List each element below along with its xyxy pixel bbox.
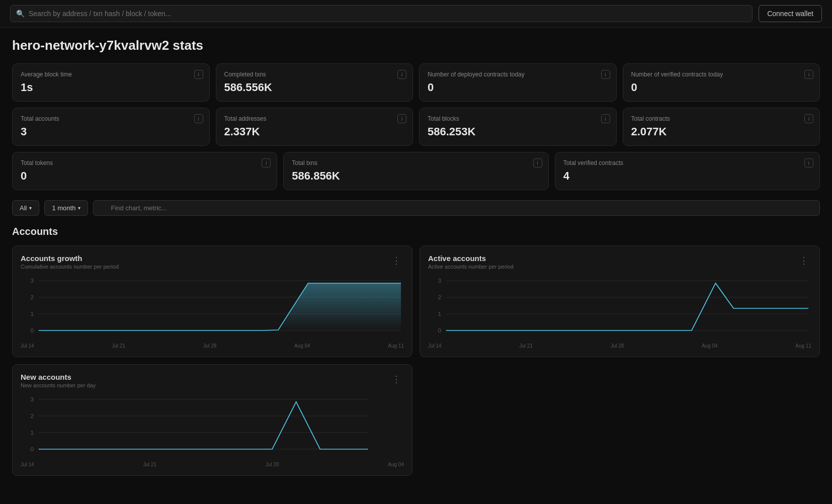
stat-value: 3: [21, 125, 201, 138]
main-content: hero-network-y7kvalrvw2 stats Average bl…: [0, 28, 832, 486]
info-icon[interactable]: i: [804, 158, 813, 167]
chart-menu-button[interactable]: ⋮: [796, 254, 811, 267]
chart-menu-button[interactable]: ⋮: [389, 373, 404, 386]
stat-label: Total contracts: [631, 115, 812, 122]
stat-total-contracts: Total contracts 2.077K i: [623, 108, 820, 146]
accounts-growth-svg: 3 2 1 0: [21, 276, 404, 341]
svg-text:3: 3: [31, 278, 34, 284]
new-accounts-chart: New accounts New accounts number per day…: [12, 364, 412, 476]
period-filter-label: 1 month: [52, 204, 75, 212]
page-title: hero-network-y7kvalrvw2 stats: [12, 38, 820, 53]
stat-value: 2.077K: [631, 125, 812, 138]
chart-header: Accounts growth Cumulative accounts numb…: [21, 254, 404, 276]
x-label: Jul 21: [143, 462, 156, 467]
x-label: Jul 28: [266, 462, 279, 467]
info-icon[interactable]: i: [601, 114, 610, 123]
svg-text:1: 1: [31, 430, 34, 436]
stats-row-1: Average block time 1s i Completed txns 5…: [12, 63, 820, 102]
stat-value: 0: [631, 81, 812, 94]
chart-subtitle: Cumulative accounts number per period: [21, 264, 119, 270]
x-label: Jul 28: [611, 343, 624, 349]
active-accounts-chart: Active accounts Active accounts number p…: [420, 245, 820, 357]
stat-total-txns: Total txns 586.856K i: [283, 152, 548, 190]
chart-title-group: Accounts growth Cumulative accounts numb…: [21, 254, 119, 276]
filter-bar: All ▾ 1 month ▾ 🔍: [12, 200, 820, 216]
stats-row-3: Total tokens 0 i Total txns 586.856K i T…: [12, 152, 820, 190]
chart-header: New accounts New accounts number per day…: [21, 373, 404, 394]
svg-text:3: 3: [31, 397, 34, 402]
chart-header: Active accounts Active accounts number p…: [428, 254, 811, 276]
chevron-down-icon: ▾: [29, 205, 32, 211]
chart-title: New accounts: [21, 373, 96, 381]
info-icon[interactable]: i: [194, 114, 203, 123]
stat-verified-today: Number of verified contracts today 0 i: [623, 63, 820, 102]
stat-value: 586.253K: [428, 125, 608, 138]
x-label: Aug 04: [294, 343, 310, 349]
search-input[interactable]: [10, 5, 753, 22]
info-icon[interactable]: i: [397, 70, 406, 79]
period-filter-button[interactable]: 1 month ▾: [44, 200, 88, 216]
chart-subtitle: Active accounts number per period: [428, 264, 514, 270]
active-accounts-chart-area: 3 2 1 0: [428, 276, 811, 341]
stat-label: Total addresses: [224, 115, 405, 122]
x-label: Aug 11: [795, 343, 811, 349]
svg-text:0: 0: [438, 328, 442, 333]
svg-text:2: 2: [31, 295, 34, 300]
stat-total-addresses: Total addresses 2.337K i: [216, 108, 413, 146]
stat-avg-block-time: Average block time 1s i: [12, 63, 210, 102]
chart-menu-button[interactable]: ⋮: [389, 254, 404, 267]
stat-label: Number of verified contracts today: [631, 71, 812, 78]
x-label: Jul 28: [203, 343, 217, 349]
svg-text:2: 2: [438, 295, 442, 300]
stat-value: 586.856K: [292, 170, 540, 183]
x-label: Jul 21: [112, 343, 125, 349]
stat-total-blocks: Total blocks 586.253K i: [419, 108, 617, 146]
stat-value: 1s: [21, 81, 201, 94]
svg-text:2: 2: [31, 413, 34, 419]
info-icon[interactable]: i: [262, 158, 271, 167]
info-icon[interactable]: i: [533, 158, 542, 167]
info-icon[interactable]: i: [804, 70, 813, 79]
x-label: Jul 21: [519, 343, 533, 349]
stat-total-accounts: Total accounts 3 i: [12, 108, 210, 146]
new-accounts-chart-area: 3 2 1 0: [21, 394, 404, 460]
empty-chart-slot: [420, 364, 820, 476]
info-icon[interactable]: i: [804, 114, 813, 123]
top-bar: 🔍 Connect wallet: [0, 0, 832, 28]
svg-text:1: 1: [31, 311, 34, 317]
x-label: Aug 04: [702, 343, 718, 349]
active-accounts-x-labels: Jul 14 Jul 21 Jul 28 Aug 04 Aug 11: [428, 341, 811, 349]
chart-title: Accounts growth: [21, 254, 119, 263]
info-icon[interactable]: i: [194, 70, 203, 79]
charts-row-1: Accounts growth Cumulative accounts numb…: [12, 245, 820, 357]
stat-value: 586.556K: [224, 81, 405, 94]
new-accounts-x-labels: Jul 14 Jul 21 Jul 28 Aug 04: [21, 460, 404, 467]
info-icon[interactable]: i: [397, 114, 406, 123]
chevron-down-icon: ▾: [78, 205, 80, 211]
stat-label: Number of deployed contracts today: [428, 71, 608, 78]
x-label: Aug 11: [388, 343, 404, 349]
accounts-section-title: Accounts: [12, 226, 820, 237]
chart-title-group: Active accounts Active accounts number p…: [428, 254, 514, 276]
info-icon[interactable]: i: [601, 70, 610, 79]
chart-search-container: 🔍: [93, 200, 820, 216]
chart-search-input[interactable]: [93, 200, 820, 216]
stats-row-2: Total accounts 3 i Total addresses 2.337…: [12, 108, 820, 146]
chart-title: Active accounts: [428, 254, 514, 263]
all-filter-button[interactable]: All ▾: [12, 200, 39, 216]
stat-label: Total txns: [292, 159, 540, 166]
stat-value: 0: [21, 170, 269, 183]
svg-text:3: 3: [438, 278, 442, 284]
x-label: Jul 14: [21, 462, 34, 467]
charts-row-2: New accounts New accounts number per day…: [12, 364, 820, 476]
stat-label: Total blocks: [428, 115, 608, 122]
accounts-growth-x-labels: Jul 14 Jul 21 Jul 28 Aug 04 Aug 11: [21, 341, 404, 349]
svg-text:0: 0: [31, 328, 34, 333]
stat-deployed-today: Number of deployed contracts today 0 i: [419, 63, 617, 102]
svg-text:0: 0: [31, 447, 34, 452]
chart-title-group: New accounts New accounts number per day: [21, 373, 96, 394]
active-accounts-svg: 3 2 1 0: [428, 276, 811, 341]
chart-subtitle: New accounts number per day: [21, 382, 96, 388]
stat-total-tokens: Total tokens 0 i: [12, 152, 277, 190]
connect-wallet-button[interactable]: Connect wallet: [759, 5, 822, 22]
